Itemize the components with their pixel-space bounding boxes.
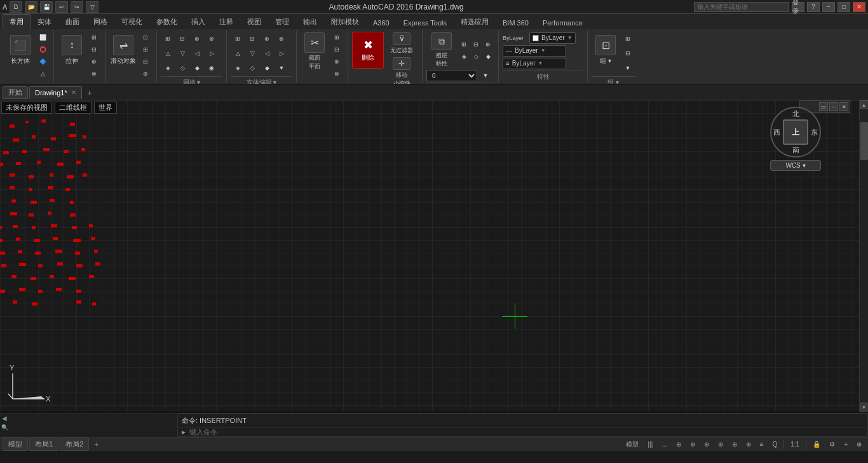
btn-sl2[interactable]: ⊞: [139, 44, 153, 55]
doc-tab-add[interactable]: +: [83, 86, 96, 99]
help-button[interactable]: ?: [807, 2, 820, 12]
zu-btn2[interactable]: ⊟: [621, 46, 635, 60]
mesh-btn12[interactable]: ◉: [205, 61, 219, 75]
tab-addins[interactable]: 附加模块: [324, 14, 366, 29]
qa-more[interactable]: ▽: [86, 1, 98, 13]
status-polar[interactable]: ⊕: [686, 439, 699, 450]
btn-section-plane[interactable]: ✂ 截面平面: [301, 32, 329, 71]
status-units[interactable]: 1:1: [787, 439, 803, 450]
tab-model[interactable]: 模型: [3, 438, 28, 451]
search-box[interactable]: [694, 2, 789, 12]
status-settings[interactable]: ⚙: [825, 439, 839, 450]
se-btn8[interactable]: ▷: [275, 46, 288, 60]
viewport-view-label[interactable]: 未保存的视图: [1, 102, 52, 114]
tab-home[interactable]: 常用: [3, 14, 31, 29]
btn-delete[interactable]: ✖ 删除: [352, 32, 384, 69]
btn-box[interactable]: ⬛ 长方体: [6, 32, 34, 69]
se-btn2[interactable]: ⊟: [245, 32, 259, 46]
viewport-coord-label[interactable]: 世界: [94, 102, 117, 114]
group-mesh-label[interactable]: 网格 ▾: [161, 76, 222, 85]
se-btn12[interactable]: ▼: [275, 61, 288, 75]
status-plus[interactable]: +: [840, 439, 851, 450]
tab-solid[interactable]: 实体: [31, 14, 58, 29]
layer-btn5[interactable]: ◇: [470, 51, 482, 62]
layer-btn6[interactable]: ◆: [482, 51, 494, 62]
btn-s2[interactable]: ⊟: [87, 44, 101, 55]
sect-btn2[interactable]: ⊟: [330, 44, 344, 55]
zu-btn1[interactable]: ⊞: [621, 32, 635, 46]
btn-zu[interactable]: ⊡ 组 ▾: [592, 32, 620, 69]
mesh-btn3[interactable]: ⊕: [190, 32, 204, 46]
mesh-btn9[interactable]: ◈: [161, 61, 175, 75]
btn-stretch[interactable]: ↕ 拉伸: [58, 32, 86, 69]
se-btn3[interactable]: ⊕: [260, 32, 274, 46]
btn-s4[interactable]: ⊗: [87, 68, 101, 79]
se-btn5[interactable]: △: [231, 46, 245, 60]
tab-manage[interactable]: 管理: [268, 14, 296, 29]
layer-btn1[interactable]: ⊞: [458, 39, 470, 50]
qa-undo[interactable]: ↩: [55, 1, 68, 13]
tab-add[interactable]: +: [90, 439, 102, 450]
qa-redo[interactable]: ↪: [71, 1, 83, 13]
zu-more[interactable]: ▼: [621, 61, 635, 75]
layer-more[interactable]: ▼: [478, 70, 492, 81]
status-qp[interactable]: Q: [768, 439, 781, 450]
mesh-btn5[interactable]: △: [161, 46, 175, 60]
status-workspace[interactable]: ⊕: [853, 439, 865, 450]
btn-small-2[interactable]: ⭕: [36, 44, 50, 55]
close-button[interactable]: ✕: [853, 2, 865, 12]
btn-layer-props[interactable]: ⧉ 图层特性: [426, 32, 457, 69]
se-btn9[interactable]: ◈: [231, 61, 245, 75]
se-btn1[interactable]: ⊞: [231, 32, 245, 46]
doc-tab-close[interactable]: ✕: [71, 89, 76, 96]
tab-mesh[interactable]: 网格: [86, 14, 114, 29]
tab-parametric[interactable]: 参数化: [149, 14, 184, 29]
tab-featured[interactable]: 精选应用: [454, 14, 496, 29]
group-zu-label[interactable]: 组 ▾: [592, 76, 635, 85]
sect-btn1[interactable]: ⊞: [330, 32, 344, 43]
status-model-btn[interactable]: 模型: [622, 439, 642, 450]
tab-annotate[interactable]: 注释: [212, 14, 240, 29]
qa-new[interactable]: 🗋: [10, 1, 22, 13]
maximize-button[interactable]: □: [837, 2, 850, 12]
doc-tab-drawing1[interactable]: Drawing1* ✕: [29, 86, 82, 99]
mesh-btn2[interactable]: ⊟: [175, 32, 189, 46]
status-lweight[interactable]: ≡: [756, 439, 768, 450]
cube-center[interactable]: 上: [783, 119, 808, 145]
layer-btn4[interactable]: ◈: [458, 51, 470, 62]
mesh-btn11[interactable]: ◆: [190, 61, 204, 75]
tab-surface[interactable]: 曲面: [58, 14, 86, 29]
scroll-track[interactable]: [860, 109, 868, 403]
command-input[interactable]: [189, 428, 865, 436]
status-grid[interactable]: |||: [644, 439, 656, 450]
scroll-up-btn[interactable]: ▲: [860, 100, 869, 109]
qa-open[interactable]: 📂: [25, 1, 37, 13]
viewport-linetype-label[interactable]: 二维线框: [55, 102, 92, 114]
btn-s1[interactable]: ⊞: [87, 32, 101, 43]
mesh-btn1[interactable]: ⊞: [161, 32, 175, 46]
cmd-search-icon[interactable]: 🔍: [1, 424, 8, 431]
mesh-btn6[interactable]: ▽: [175, 46, 189, 60]
se-btn11[interactable]: ◆: [260, 61, 274, 75]
btn-sl5[interactable]: ▼: [139, 80, 153, 85]
tab-a360[interactable]: A360: [366, 16, 397, 29]
layer-btn2[interactable]: ⊟: [470, 39, 482, 50]
tab-bim360[interactable]: BIM 360: [496, 16, 536, 29]
minimize-button[interactable]: −: [822, 2, 835, 12]
status-ucs[interactable]: ⊕: [728, 439, 741, 450]
se-btn6[interactable]: ▽: [245, 46, 259, 60]
group-solidedit-label[interactable]: 实体编辑 ▾: [231, 76, 292, 85]
btn-s3[interactable]: ⊕: [87, 56, 101, 67]
btn-slide[interactable]: ⇌ 滑动对象: [109, 32, 137, 69]
mesh-btn8[interactable]: ▷: [205, 46, 219, 60]
tab-view[interactable]: 视图: [240, 14, 268, 29]
tab-output[interactable]: 输出: [296, 14, 324, 29]
fp-minimize[interactable]: −: [829, 102, 838, 111]
lineweight-dropdown[interactable]: ≡ ByLayer ▼: [503, 58, 566, 69]
layer-select[interactable]: 0: [426, 70, 477, 81]
doc-tab-start[interactable]: 开始: [3, 86, 28, 99]
viewcube[interactable]: 北 南 东 西 上 WCS ▾: [770, 107, 821, 177]
tab-performance[interactable]: Performance: [536, 16, 590, 29]
color-dropdown[interactable]: ByLayer ▼: [529, 32, 576, 44]
fp-close[interactable]: ✕: [839, 102, 848, 111]
